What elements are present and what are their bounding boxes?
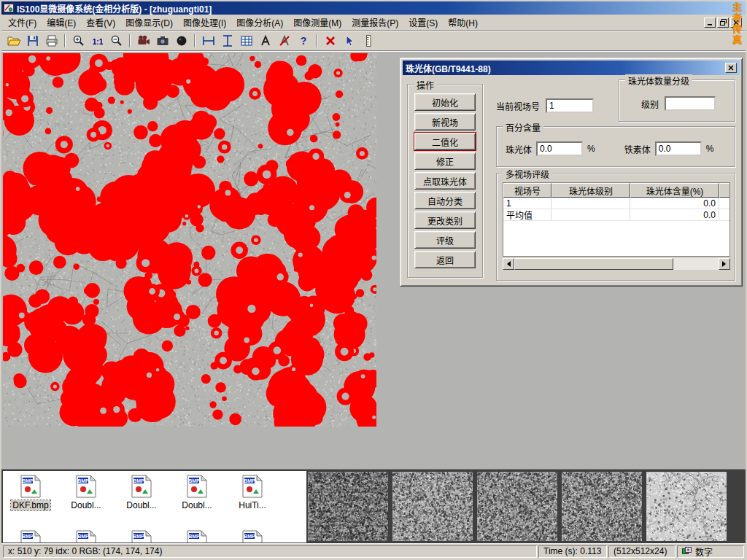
menu-measure-report[interactable]: 测量报告(P): [347, 15, 403, 30]
scrollbar-thumb[interactable]: [514, 258, 673, 270]
menu-image-display[interactable]: 图像显示(D): [120, 15, 178, 30]
resolution-readout: (512x512x24): [608, 545, 676, 558]
file-item[interactable]: BMP: [3, 526, 58, 542]
ferrite-percent-input[interactable]: [655, 141, 702, 156]
image-thumbnail[interactable]: [562, 472, 642, 541]
app-icon: [4, 3, 14, 13]
svg-text:1:1: 1:1: [92, 38, 103, 46]
measure-width-button[interactable]: [199, 33, 217, 50]
menu-file[interactable]: 文件(F): [3, 15, 42, 30]
menu-settings[interactable]: 设置(S): [403, 15, 443, 30]
actual-size-button[interactable]: 1:1: [88, 33, 107, 50]
caliper-horizontal-icon: [201, 34, 216, 48]
video-camera-icon: [136, 34, 151, 48]
aperture-button[interactable]: [172, 33, 190, 50]
film-strip: BMP DKF.bmp BMP Doubl... BMP Doubl... BM…: [1, 469, 746, 543]
table-horizontal-scrollbar[interactable]: [503, 258, 730, 270]
status-bar: x: 510 y: 79 idx: 0 RGB: (174, 174, 174)…: [1, 543, 746, 559]
floppy-disk-icon: [26, 34, 40, 48]
file-item[interactable]: BMP Doubl...: [58, 471, 114, 526]
file-item[interactable]: BMP HuiTi...: [225, 471, 280, 526]
menu-image-measure[interactable]: 图像测量(M): [288, 15, 347, 30]
title-bar[interactable]: IS100显微摄像系统(金相分析版) - [zhuguangti01]: [1, 1, 746, 15]
bmp-file-icon: BMP: [130, 475, 153, 498]
binarize-button[interactable]: 二值化: [414, 133, 476, 150]
dialog-close-button[interactable]: [725, 63, 737, 73]
ruler-tool-button[interactable]: [359, 33, 377, 50]
file-item[interactable]: BMP: [225, 526, 280, 542]
file-item[interactable]: BMP Doubl...: [169, 471, 225, 526]
print-button[interactable]: [42, 33, 61, 50]
open-folder-icon: [7, 34, 21, 48]
metallographic-image[interactable]: [3, 53, 376, 427]
toolbar-separator: [129, 34, 131, 47]
toolbar: 1:1 ?: [1, 31, 746, 51]
camera-icon: [155, 34, 170, 48]
menu-image-process[interactable]: 图像处理(I): [178, 15, 231, 30]
auto-classify-button[interactable]: 自动分类: [414, 192, 476, 209]
file-item[interactable]: BMP: [58, 526, 114, 542]
percent-group: 百分含量 珠光体 % 铁素体 %: [496, 126, 735, 167]
delete-annotation-button[interactable]: [275, 33, 293, 50]
file-item[interactable]: BMP Doubl...: [114, 471, 169, 526]
restore-icon: [720, 19, 727, 26]
initialize-button[interactable]: 初始化: [414, 93, 476, 111]
image-thumbnail[interactable]: [308, 472, 388, 541]
zoom-out-button[interactable]: [107, 33, 125, 50]
pearlite-dialog: 珠光体(GB/T9441-88) 操作 初始化 新视场 二值化 修正 点取珠光体…: [400, 58, 743, 287]
scroll-right-button[interactable]: [719, 258, 730, 270]
menu-image-analysis[interactable]: 图像分析(A): [231, 15, 288, 30]
measure-grid-button[interactable]: [237, 33, 255, 50]
digital-mode-icon: [682, 547, 692, 556]
menu-view[interactable]: 查看(V): [81, 15, 120, 30]
file-label: Doubl...: [180, 500, 213, 510]
rate-button[interactable]: 评级: [414, 231, 476, 249]
level-input[interactable]: [665, 96, 716, 111]
grid-icon: [239, 34, 254, 48]
file-item[interactable]: BMP: [169, 526, 225, 542]
scrollbar-track[interactable]: [514, 258, 719, 270]
new-field-button[interactable]: 新视场: [414, 113, 476, 131]
menu-help[interactable]: 帮助(H): [443, 15, 483, 30]
open-button[interactable]: [4, 33, 23, 50]
pick-pearlite-button[interactable]: 点取珠光体: [414, 172, 476, 190]
help-button[interactable]: ?: [294, 33, 312, 50]
video-capture-button[interactable]: [134, 33, 152, 50]
file-label: Doubl...: [69, 500, 102, 510]
caliper-vertical-icon: [220, 34, 235, 48]
bmp-file-icon: BMP: [19, 530, 42, 542]
mdi-minimize-button[interactable]: [704, 18, 716, 28]
save-button[interactable]: [23, 33, 42, 50]
image-thumbnail[interactable]: [392, 472, 473, 541]
pointer-tool-button[interactable]: [340, 33, 358, 50]
bmp-file-icon: BMP: [241, 475, 264, 498]
cursor-position-readout: x: 510 y: 79 idx: 0 RGB: (174, 174, 174): [3, 545, 537, 558]
table-row[interactable]: 1 0.0: [503, 198, 730, 209]
image-thumbnail[interactable]: [477, 472, 557, 541]
ruler-icon: [361, 34, 376, 48]
photo-capture-button[interactable]: [153, 33, 171, 50]
measure-height-button[interactable]: [218, 33, 236, 50]
table-header-row: 视场号 珠光体级别 珠光体含量(%) 铁素体含量(%): [503, 183, 730, 198]
file-item[interactable]: BMP DKF.bmp: [3, 471, 58, 526]
pearlite-label: 珠光体: [506, 143, 532, 155]
table-row[interactable]: 平均值 0.0: [503, 209, 730, 221]
image-thumbnail[interactable]: [646, 472, 727, 541]
scroll-left-button[interactable]: [503, 258, 514, 270]
file-item[interactable]: BMP: [114, 526, 169, 542]
zoom-in-button[interactable]: [69, 33, 88, 50]
menu-edit[interactable]: 编辑(E): [42, 15, 81, 30]
dialog-title-bar[interactable]: 珠光体(GB/T9441-88): [403, 61, 740, 75]
pearlite-percent-input[interactable]: [536, 141, 583, 156]
delete-tool-button[interactable]: [321, 33, 339, 50]
svg-text:BMP: BMP: [133, 534, 144, 539]
correct-button[interactable]: 修正: [414, 152, 476, 170]
change-class-button[interactable]: 更改类别: [414, 211, 476, 229]
svg-text:BMP: BMP: [77, 478, 89, 483]
text-annotation-button[interactable]: [256, 33, 274, 50]
toolbar-separator: [194, 34, 196, 47]
return-button[interactable]: 返回: [414, 251, 476, 268]
question-mark-icon: ?: [296, 34, 311, 48]
mdi-restore-button[interactable]: [717, 18, 729, 28]
current-field-input[interactable]: [546, 98, 594, 113]
